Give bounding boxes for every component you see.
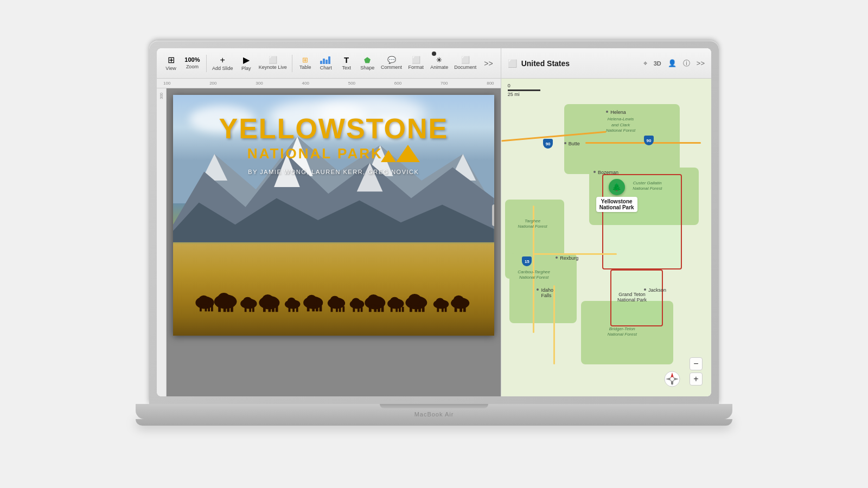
svg-rect-30 <box>272 306 275 312</box>
slide-nav-handle[interactable] <box>492 204 494 226</box>
info-icon[interactable]: ⓘ <box>683 59 690 68</box>
toolbar-divider-1 <box>206 55 207 72</box>
toolbar-keynote-live[interactable]: ⬜ Keynote Live <box>257 54 289 72</box>
jackson-dot <box>644 288 646 291</box>
svg-rect-48 <box>342 306 344 312</box>
svg-rect-63 <box>395 306 398 312</box>
toolbar-animate[interactable]: ✳ Animate <box>427 54 451 72</box>
location-icon[interactable]: ⌖ <box>643 59 647 68</box>
svg-rect-64 <box>399 306 401 312</box>
svg-rect-79 <box>454 306 457 312</box>
slide-title-line1: YELLOWSTONE <box>189 114 478 144</box>
svg-rect-69 <box>414 306 417 312</box>
macbook-lid: ⊞ View 100% Zoom + Add Slide <box>149 41 719 404</box>
svg-rect-42 <box>319 306 322 311</box>
bozeman-label: Bozeman <box>598 170 618 175</box>
toolbar-format[interactable]: ⬜ Format <box>405 54 426 72</box>
toolbar-more-btn[interactable]: >> <box>481 57 496 70</box>
toolbar-view[interactable]: ⊞ View <box>161 54 181 73</box>
yellowstone-pin[interactable]: 🌲 Yellowstone National Park <box>596 179 637 212</box>
screen-bezel: ⊞ View 100% Zoom + Add Slide <box>157 48 711 396</box>
svg-rect-41 <box>316 306 318 311</box>
helena-label: Helena <box>610 110 626 115</box>
toolbar-add-slide[interactable]: + Add Slide <box>210 54 235 73</box>
play-icon: ▶ <box>243 56 250 65</box>
svg-rect-52 <box>358 307 360 312</box>
macbook-model-label: MacBook Air <box>414 411 454 418</box>
slide-frame[interactable]: YELLOWSTONE NATIONAL PARK BY JAMIE W <box>173 95 494 336</box>
butte-dot <box>564 142 566 144</box>
svg-rect-28 <box>263 306 266 312</box>
road-horizontal-1 <box>533 253 617 255</box>
add-slide-icon: + <box>220 56 225 65</box>
text-icon: T <box>344 56 349 64</box>
zoom-in-button[interactable]: + <box>690 373 703 386</box>
toolbar-chart[interactable]: Chart <box>316 54 336 73</box>
toolbar-shape[interactable]: ⬟ Shape <box>358 54 378 73</box>
animate-icon: ✳ <box>436 56 442 63</box>
mountain-icon-small <box>381 150 396 162</box>
slide-text-overlay: YELLOWSTONE NATIONAL PARK BY JAMIE W <box>173 114 494 175</box>
scale-text: 25 mi <box>508 92 520 97</box>
maps-panel: ⬜ United States ⌖ 3D 👤 ⓘ >> <box>501 48 711 396</box>
toolbar-text[interactable]: T Text <box>337 54 356 73</box>
table-icon: ⊞ <box>302 56 308 63</box>
toolbar-document[interactable]: ⬜ Document <box>452 54 478 72</box>
bison-area <box>189 259 478 326</box>
maps-more-icon[interactable]: >> <box>697 59 705 67</box>
svg-rect-23 <box>244 306 246 312</box>
svg-rect-71 <box>422 306 424 312</box>
svg-rect-39 <box>307 306 309 311</box>
svg-rect-19 <box>227 305 229 312</box>
mountain-icon-group <box>392 145 420 162</box>
horizontal-ruler: 100 200 300 400 500 600 700 800 <box>157 79 501 88</box>
toolbar-table[interactable]: ⊞ Table <box>296 54 315 72</box>
location-arrow-icon: ⬜ <box>508 59 517 68</box>
svg-rect-62 <box>390 306 392 312</box>
svg-rect-18 <box>223 305 226 312</box>
svg-rect-51 <box>353 307 355 312</box>
svg-point-22 <box>242 297 252 305</box>
chart-label: Chart <box>320 65 332 70</box>
comment-icon: 💬 <box>387 56 396 63</box>
toolbar-zoom[interactable]: 100% Zoom <box>182 55 203 72</box>
svg-rect-20 <box>231 305 233 312</box>
keynote-toolbar: ⊞ View 100% Zoom + Add Slide <box>157 48 501 79</box>
yellowstone-pin-circle: 🌲 <box>609 179 625 195</box>
format-label: Format <box>409 65 424 70</box>
svg-point-78 <box>453 296 463 305</box>
toolbar-comment[interactable]: 💬 Comment <box>379 54 405 72</box>
scale-line <box>508 89 540 91</box>
svg-rect-34 <box>288 307 290 312</box>
svg-rect-12 <box>205 305 207 311</box>
macbook-container: ⊞ View 100% Zoom + Add Slide <box>136 41 732 447</box>
slide-area: 100 200 300 400 500 <box>157 88 501 396</box>
helena-dot <box>606 111 608 113</box>
people-icon[interactable]: 👤 <box>668 59 676 67</box>
forest-label-helena: Helena-Lewisand ClarkNational Forest <box>593 117 648 133</box>
shape-icon: ⬟ <box>364 56 371 64</box>
butte-label: Butte <box>569 141 580 146</box>
svg-rect-56 <box>368 306 371 312</box>
interstate-90-left: 90 <box>543 139 553 149</box>
slide-canvas-area[interactable]: YELLOWSTONE NATIONAL PARK BY JAMIE W <box>167 88 501 396</box>
vertical-ruler: 100 200 300 400 500 <box>157 88 167 396</box>
svg-point-16 <box>218 293 230 304</box>
svg-rect-75 <box>442 307 444 312</box>
toolbar-play[interactable]: ▶ Play <box>237 54 256 73</box>
zoom-out-button[interactable]: − <box>690 357 703 370</box>
keynote-panel: ⊞ View 100% Zoom + Add Slide <box>157 48 501 396</box>
maps-content[interactable]: 90 90 15 0 25 mi <box>501 79 711 396</box>
animate-label: Animate <box>430 65 448 70</box>
vertical-ruler-marks: 100 200 300 400 500 <box>157 91 167 101</box>
text-label: Text <box>342 65 351 70</box>
screen-content: ⊞ View 100% Zoom + Add Slide <box>157 48 711 396</box>
svg-rect-74 <box>437 307 439 312</box>
highway-2 <box>585 142 701 144</box>
compass-rose: N <box>663 370 681 388</box>
svg-point-27 <box>262 294 273 305</box>
three-d-label[interactable]: 3D <box>654 60 661 67</box>
add-slide-label: Add Slide <box>212 66 233 71</box>
ruler-marks: 100 200 300 400 500 600 700 800 <box>161 81 496 86</box>
camera-notch <box>432 52 436 56</box>
